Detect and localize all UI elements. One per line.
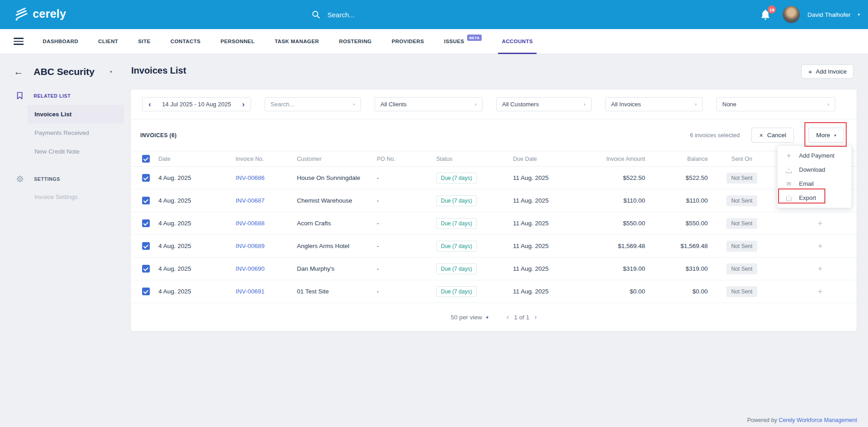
invoice-number-link[interactable]: INV-00691	[236, 288, 265, 295]
sent-on-badge: Not Sent	[726, 173, 758, 184]
filters-row: ‹ 14 Jul 2025 - 10 Aug 2025 › Search... …	[131, 89, 857, 119]
sidebar-item-label: Invoice Settings	[35, 194, 78, 200]
cell-due-date: 11 Aug. 2025	[513, 288, 581, 295]
nav-tab-label: TASK MANAGER	[275, 39, 319, 44]
invoices-card: ‹ 14 Jul 2025 - 10 Aug 2025 › Search... …	[130, 89, 857, 332]
row-add-icon[interactable]: +	[776, 287, 857, 296]
nav-tab[interactable]: CLIENT	[88, 29, 128, 54]
download-icon	[785, 166, 792, 173]
select-all-checkbox[interactable]	[142, 155, 150, 163]
cell-date: 4 Aug. 2025	[158, 243, 236, 249]
table-body: 4 Aug. 2025 INV-00686 House On Sunningda…	[131, 167, 857, 303]
invoice-number-link[interactable]: INV-00688	[236, 220, 265, 227]
plus-icon	[785, 152, 792, 160]
sidebar-item[interactable]: Invoice Settings	[27, 188, 124, 205]
search-filter-select[interactable]: Search... ▾	[265, 97, 361, 111]
row-add-icon[interactable]: +	[776, 264, 857, 273]
clients-filter-select[interactable]: All Clients ▾	[375, 97, 483, 111]
row-checkbox[interactable]	[142, 197, 150, 204]
row-checkbox[interactable]	[142, 265, 150, 273]
date-range-picker[interactable]: ‹ 14 Jul 2025 - 10 Aug 2025 ›	[142, 97, 251, 111]
column-header-balance: Balance	[645, 156, 708, 162]
cancel-selection-button[interactable]: × Cancel	[751, 128, 794, 143]
more-label: More	[816, 132, 830, 139]
main-navbar: DASHBOARD CLIENT SITE CONTACTS	[0, 29, 868, 54]
customers-filter-select[interactable]: All Customers ▾	[496, 97, 592, 111]
related-list-items: Invoices List Payments Received New Cred…	[0, 105, 130, 161]
nav-tab[interactable]: DASHBOARD	[33, 29, 88, 54]
settings-heading: SETTINGS	[16, 175, 130, 183]
cell-date: 4 Aug. 2025	[158, 197, 236, 204]
invoices-filter-select[interactable]: All Invoices ▾	[605, 97, 703, 111]
chevron-down-icon: ▾	[834, 133, 836, 138]
pager: ‹ 1 of 1 ›	[507, 313, 537, 321]
previous-page-icon[interactable]: ‹	[507, 313, 509, 321]
chevron-left-icon[interactable]: ‹	[148, 100, 151, 108]
nav-tab[interactable]: ROSTERING	[329, 29, 382, 54]
row-add-icon[interactable]: +	[776, 242, 857, 250]
email-icon	[785, 180, 792, 187]
group-by-filter-select[interactable]: None ▾	[716, 97, 835, 111]
hamburger-menu-icon[interactable]	[14, 38, 24, 45]
sidebar-item[interactable]: Payments Received	[27, 124, 124, 142]
search-input[interactable]	[327, 11, 518, 19]
user-avatar[interactable]	[783, 6, 800, 23]
group-by-filter-value: None	[722, 101, 736, 108]
top-bar: cerely 18 David Thalhofer ▾	[0, 0, 868, 29]
invoice-number-link[interactable]: INV-00686	[236, 174, 265, 181]
nav-tab[interactable]: ACCOUNTS	[492, 29, 542, 54]
cell-invoice-amount: $1,569.48	[581, 243, 645, 249]
beta-badge: BETA	[467, 35, 482, 41]
cell-po-no: -	[377, 174, 436, 181]
related-list-section: RELATED LIST Invoices List Payments Rece…	[0, 92, 130, 161]
row-checkbox[interactable]	[142, 288, 150, 295]
add-invoice-button[interactable]: + Add Invoice	[801, 65, 853, 79]
row-add-icon[interactable]: +	[776, 219, 857, 228]
cell-po-no: -	[377, 265, 436, 272]
notifications-button[interactable]: 18	[760, 9, 772, 20]
nav-tab[interactable]: TASK MANAGER	[265, 29, 329, 54]
cell-customer: Chemist Warehouse	[297, 197, 377, 204]
user-menu-caret-icon[interactable]: ▾	[858, 12, 860, 17]
cell-customer: 01 Test Site	[297, 288, 377, 295]
notification-count-badge: 18	[768, 5, 776, 14]
menu-item[interactable]: Export	[778, 191, 851, 205]
table-row: 4 Aug. 2025 INV-00690 Dan Murphy's - Due…	[131, 258, 857, 280]
row-checkbox[interactable]	[142, 174, 150, 182]
nav-tab[interactable]: PERSONNEL	[211, 29, 265, 54]
nav-tab[interactable]: PROVIDERS	[382, 29, 434, 54]
cell-customer: Acorn Crafts	[297, 220, 377, 227]
menu-item[interactable]: Download	[778, 163, 851, 177]
nav-tab[interactable]: ISSUES BETA	[434, 29, 492, 54]
cell-due-date: 11 Aug. 2025	[513, 197, 581, 204]
chevron-right-icon[interactable]: ›	[242, 100, 245, 108]
clients-filter-value: All Clients	[380, 101, 407, 108]
column-header-sent-on: Sent On	[708, 156, 776, 162]
client-dropdown-caret-icon[interactable]: ▾	[110, 70, 112, 74]
footer-link[interactable]: Cerely Workforce Management	[779, 417, 857, 423]
per-view-select[interactable]: 50 per view ▾	[451, 314, 488, 321]
cell-due-date: 11 Aug. 2025	[513, 174, 581, 181]
invoice-number-link[interactable]: INV-00689	[236, 243, 265, 249]
row-checkbox[interactable]	[142, 242, 150, 250]
cell-invoice-amount: $110.00	[581, 197, 645, 204]
invoice-number-link[interactable]: INV-00687	[236, 197, 265, 204]
cell-balance: $1,569.48	[645, 243, 708, 249]
back-arrow-icon[interactable]: ←	[14, 67, 24, 77]
nav-tab[interactable]: SITE	[128, 29, 160, 54]
table-row: 4 Aug. 2025 INV-00686 House On Sunningda…	[131, 167, 857, 189]
sent-on-badge: Not Sent	[726, 218, 758, 229]
nav-tab[interactable]: CONTACTS	[160, 29, 210, 54]
menu-item[interactable]: Email	[778, 177, 851, 191]
menu-item-label: Download	[799, 166, 825, 173]
row-checkbox[interactable]	[142, 219, 150, 227]
sidebar-item[interactable]: Invoices List	[27, 105, 124, 124]
menu-item[interactable]: Add Payment	[778, 149, 851, 163]
invoice-number-link[interactable]: INV-00690	[236, 265, 265, 272]
more-button[interactable]: More ▾	[809, 128, 844, 143]
next-page-icon[interactable]: ›	[534, 313, 537, 321]
sidebar-item[interactable]: New Credit Note	[27, 142, 124, 161]
nav-tab-label: ISSUES	[444, 39, 464, 44]
plus-icon: +	[808, 68, 812, 75]
app-logo: cerely	[13, 6, 66, 21]
